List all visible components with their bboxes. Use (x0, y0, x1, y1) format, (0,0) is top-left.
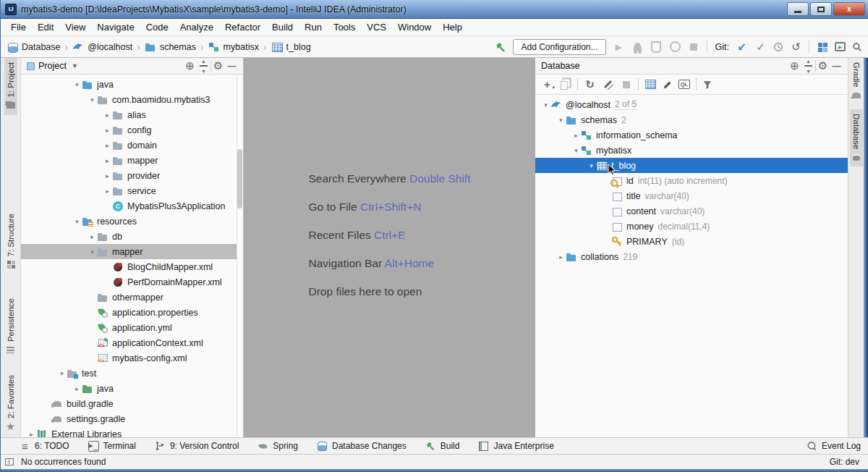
toolwindow-java-enterprise[interactable]: Java Enterprise (478, 441, 553, 452)
tree-item-build-gradle[interactable]: build.gradle (21, 396, 243, 411)
stripe-tab-persistence[interactable]: Persistence (4, 294, 17, 359)
menu-code[interactable]: Code (140, 20, 174, 35)
tree-expand-arrow-icon[interactable]: ▸ (556, 253, 566, 261)
tree-expand-arrow-icon[interactable]: ▸ (103, 172, 112, 180)
tree-item-config[interactable]: ▸config (21, 122, 243, 138)
tree-item-java[interactable]: ▾java (21, 77, 243, 92)
tree-expand-arrow-icon[interactable]: ▸ (88, 233, 97, 240)
toolwindow-database-changes[interactable]: Database Changes (317, 441, 407, 452)
tree-item-settings-gradle[interactable]: settings.gradle (21, 411, 243, 426)
breadcrumb-database[interactable]: Database (7, 41, 61, 53)
tree-item-application-properties[interactable]: application.properties (21, 305, 243, 320)
tree-item-collations[interactable]: ▸collations219 (535, 249, 848, 264)
locate-object-icon[interactable] (788, 60, 801, 72)
view-data-icon[interactable] (644, 78, 657, 90)
tree-item-alias[interactable]: ▸alias (21, 107, 243, 122)
stripe-tab-1-project[interactable]: 1: Project (4, 58, 17, 115)
tree-item-mapper[interactable]: ▸mapper (21, 153, 243, 168)
tree-item-content[interactable]: contentvarchar(40) (535, 203, 848, 219)
menu-run[interactable]: Run (299, 20, 328, 35)
tree-item-schemas[interactable]: ▾schemas2 (535, 112, 848, 127)
close-button[interactable]: x (833, 2, 865, 16)
minimize-button[interactable] (787, 2, 809, 16)
tree-item-java[interactable]: ▸java (21, 381, 243, 396)
menu-view[interactable]: View (59, 20, 91, 35)
menu-window[interactable]: Window (392, 20, 437, 35)
search-everywhere-icon[interactable] (852, 42, 862, 52)
breadcrumb-schemas[interactable]: schemas (145, 41, 196, 53)
toolwindow-9-version-control[interactable]: 9: Version Control (155, 441, 239, 452)
tree-expand-arrow-icon[interactable]: ▾ (88, 248, 97, 256)
tree-item-resources[interactable]: ▾resources (21, 214, 243, 229)
git-update-icon[interactable] (736, 41, 748, 53)
tree-expand-arrow-icon[interactable]: ▸ (103, 127, 112, 134)
tree-expand-arrow-icon[interactable]: ▸ (27, 431, 36, 438)
project-structure-icon[interactable] (816, 41, 828, 53)
tree-expand-arrow-icon[interactable]: ▸ (103, 157, 112, 164)
menu-refactor[interactable]: Refactor (219, 20, 266, 35)
tree-item-money[interactable]: moneydecimal(11,4) (535, 219, 848, 234)
tree-expand-arrow-icon[interactable]: ▾ (72, 218, 82, 225)
tree-item-application-yml[interactable]: application.yml (21, 320, 243, 335)
toolwindow-build[interactable]: Build (425, 441, 460, 452)
toggle-toolwindows-icon[interactable] (5, 458, 14, 465)
maximize-button[interactable] (810, 2, 832, 16)
menu-tools[interactable]: Tools (328, 20, 361, 35)
locate-file-icon[interactable] (183, 60, 197, 72)
menu-analyze[interactable]: Analyze (174, 20, 219, 35)
git-history-icon[interactable] (773, 42, 783, 52)
menu-edit[interactable]: Edit (32, 20, 59, 35)
add-datasource-icon[interactable] (541, 78, 553, 90)
add-configuration-button[interactable]: Add Configuration... (513, 39, 605, 55)
toolwindow-terminal[interactable]: Terminal (88, 441, 136, 452)
tree-item-t-blog[interactable]: ▾t_blog (535, 158, 848, 173)
menu-build[interactable]: Build (266, 20, 299, 35)
hide-panel-icon[interactable] (830, 60, 843, 72)
tree-expand-arrow-icon[interactable]: ▸ (571, 132, 581, 139)
tree-item-id[interactable]: idint(11) (auto increment) (535, 173, 848, 188)
git-rollback-icon[interactable] (790, 41, 802, 53)
tree-item-mybatisx[interactable]: ▾mybatisx (535, 143, 848, 158)
gear-icon[interactable] (816, 60, 830, 72)
tree-item-mybatis-config-xml[interactable]: <>mybatis-config.xml (21, 350, 243, 366)
tree-expand-arrow-icon[interactable]: ▾ (556, 117, 566, 124)
tree-expand-arrow-icon[interactable]: ▾ (72, 81, 82, 88)
breadcrumb-mybatisx[interactable]: mybatisx (208, 41, 259, 53)
scrollbar-thumb[interactable] (237, 149, 242, 208)
datasource-properties-icon[interactable] (602, 78, 614, 90)
tree-item-applicationcontext-xml[interactable]: <>applicationContext.xml (21, 335, 243, 350)
gear-icon[interactable] (211, 60, 225, 72)
debug-icon[interactable] (631, 41, 644, 53)
tree-item-othermapper[interactable]: othermapper (21, 290, 243, 305)
tree-expand-arrow-icon[interactable]: ▾ (57, 370, 67, 377)
coverage-icon[interactable] (650, 41, 663, 53)
tree-expand-arrow-icon[interactable]: ▾ (88, 96, 97, 104)
breadcrumb-t-blog[interactable]: t_blog (271, 41, 311, 53)
tree-item-provider[interactable]: ▸provider (21, 168, 243, 183)
tree-expand-arrow-icon[interactable]: ▾ (541, 101, 550, 109)
profiler-icon[interactable] (669, 41, 681, 53)
tree-expand-arrow-icon[interactable]: ▸ (103, 111, 112, 119)
tree-item-title[interactable]: titlevarchar(40) (535, 188, 848, 203)
hide-panel-icon[interactable] (225, 60, 239, 72)
stop-icon[interactable] (620, 78, 632, 90)
breadcrumb-localhost[interactable]: @localhost (72, 41, 132, 53)
stop-icon[interactable] (688, 41, 700, 53)
stripe-tab-2-favorites[interactable]: 2: Favorites (4, 371, 17, 436)
stripe-tab-gradle[interactable]: Gradle (850, 58, 863, 105)
collapse-all-icon[interactable]: ▾ (197, 60, 210, 72)
menu-file[interactable]: File (5, 20, 32, 35)
preview-icon[interactable] (835, 42, 846, 51)
tree-item-blogchildmapper-xml[interactable]: BlogChildMapper.xml (21, 259, 243, 274)
stripe-tab-database[interactable]: Database (850, 109, 863, 167)
tree-expand-arrow-icon[interactable]: ▸ (103, 187, 112, 195)
toolwindow-6-todo[interactable]: 6: TODO (20, 441, 69, 452)
tree-item-test[interactable]: ▾test (21, 366, 243, 381)
tree-expand-arrow-icon[interactable]: ▸ (72, 385, 82, 392)
stripe-tab-7-structure[interactable]: 7: Structure (4, 209, 17, 274)
git-branch-status[interactable]: Git: dev (830, 457, 859, 467)
tree-item-mybatisplus3application[interactable]: MybatisPlus3Application (21, 198, 243, 214)
project-scrollbar[interactable] (237, 77, 243, 437)
tree-item-mapper[interactable]: ▾mapper (21, 244, 243, 259)
toolwindow-event-log[interactable]: Event Log (807, 441, 861, 452)
